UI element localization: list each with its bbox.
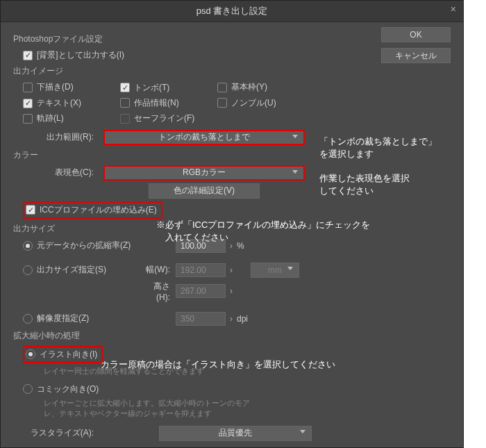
checkbox-text[interactable]: テキスト(X) (23, 97, 81, 109)
radio-icon (23, 314, 33, 324)
resolution-field: 350 (176, 312, 226, 326)
dropdown-rasterize[interactable]: 品質優先 (159, 426, 312, 441)
label-rasterize: ラスタライズ(A): (13, 427, 103, 439)
check-icon (23, 51, 33, 60)
radio-icon (26, 349, 35, 359)
close-icon[interactable]: × (451, 3, 456, 15)
radio-icon (23, 384, 33, 394)
titlebar: psd 書き出し設定 × (1, 1, 463, 22)
checkbox-nombre[interactable]: ノンブル(U) (217, 97, 276, 109)
width-field: 192.00 (176, 263, 226, 277)
chevron-right-icon: › (230, 314, 233, 324)
radio-icon (23, 241, 33, 251)
dropdown-export-range[interactable]: トンボの裁ち落としまで (103, 130, 305, 145)
dialog-title: psd 書き出し設定 (196, 6, 268, 16)
group-scale-proc: 拡大縮小時の処理 (13, 330, 451, 342)
annot-illust: カラー原稿の場合は「イラスト向き」を選択してください (101, 358, 335, 371)
chevron-right-icon: › (230, 265, 233, 275)
check-icon (217, 83, 227, 92)
radio-icon (23, 265, 33, 275)
chevron-down-icon (292, 135, 298, 138)
check-icon (26, 205, 35, 215)
checkbox-icc[interactable]: ICCプロファイルの埋め込み(E) (23, 201, 162, 219)
annot-color: 作業した表現色を選択 してください (319, 172, 410, 197)
dropdown-unit[interactable]: mm (251, 263, 299, 278)
checkbox-safeline: セーフライン(F) (120, 113, 194, 124)
radio-outsize[interactable]: 出力サイズ指定(S) (23, 264, 141, 276)
chevron-down-icon (287, 267, 293, 270)
check-icon (120, 98, 130, 108)
chevron-down-icon (292, 170, 298, 174)
radio-comic[interactable]: コミック向き(O) (23, 383, 99, 395)
dropdown-rep-color[interactable]: RGBカラー (103, 165, 305, 181)
label-export-range: 出力範囲(R): (13, 131, 103, 143)
radio-ratio[interactable]: 元データからの拡縮率(Z) (23, 240, 176, 251)
check-icon (120, 83, 130, 92)
chevron-right-icon: › (230, 286, 233, 296)
checkbox-baseframe[interactable]: 基本枠(Y) (217, 81, 267, 93)
checkbox-track[interactable]: 軌跡(L) (23, 113, 64, 124)
group-psfile: Photoshopファイル設定 (13, 33, 451, 45)
checkbox-workinfo[interactable]: 作品情報(N) (120, 97, 179, 109)
label-rep-color: 表現色(C): (13, 167, 103, 179)
check-icon (23, 99, 33, 108)
annot-icc: ※必ず「ICCプロファイルの埋め込み」にチェックを 入れてください (156, 219, 370, 244)
check-icon (217, 98, 227, 108)
annot-range: 「トンボの裁ち落としまで」 を選択します (319, 135, 437, 160)
checkbox-bg-export[interactable]: [背景]として出力する(I) (23, 49, 124, 61)
check-icon (23, 114, 33, 124)
group-export-image: 出力イメージ (13, 65, 451, 77)
radio-illust[interactable]: イラスト向き(I) (23, 346, 103, 363)
check-icon (120, 114, 130, 124)
radio-resolution[interactable]: 解像度指定(Z) (23, 313, 176, 324)
checkbox-draft[interactable]: 下描き(D) (23, 81, 74, 93)
check-icon (23, 83, 33, 92)
color-detail-button[interactable]: 色の詳細設定(V) (149, 183, 260, 199)
comic-caption: レイヤーごとに拡大縮小します。拡大縮小時のトーンのモアレ、テキストやベクター線の… (44, 398, 252, 419)
height-field: 267.00 (176, 284, 226, 298)
chevron-down-icon (300, 430, 305, 433)
checkbox-tombo[interactable]: トンボ(T) (120, 82, 169, 94)
